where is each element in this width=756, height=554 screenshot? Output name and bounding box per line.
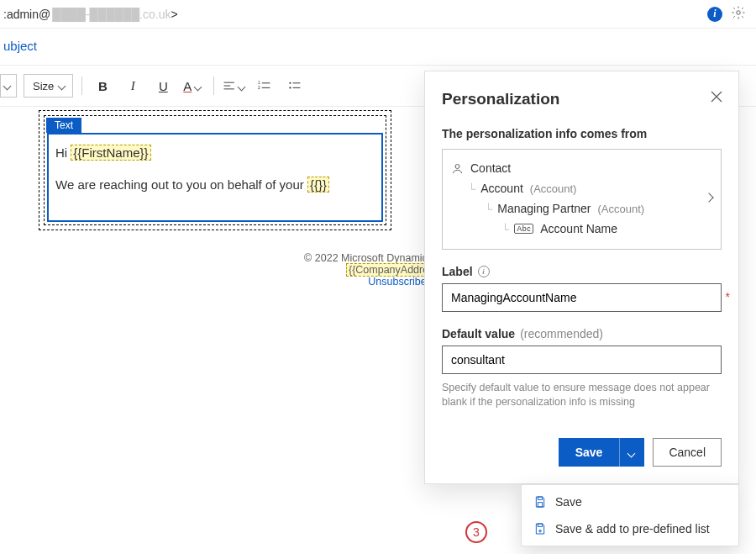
subject-row: ubject (0, 29, 756, 66)
tree-label: Account Name (540, 222, 617, 235)
source-tree[interactable]: Contact └ Account (Account) └ Managing P… (442, 149, 722, 250)
token-firstname[interactable]: {{FirstName}} (71, 145, 150, 161)
label-field-label: Label i (442, 265, 722, 278)
tree-relation: (Account) (598, 203, 645, 215)
dropdown-item-save[interactable]: Save (522, 488, 738, 515)
font-color-button[interactable]: A (181, 74, 205, 98)
font-size-select[interactable]: Size (24, 74, 73, 98)
tree-label: Contact (470, 161, 511, 175)
default-value-label: Default value (recommended) (442, 327, 722, 340)
annotation-callout-3: 3 (465, 521, 487, 543)
dropdown-item-save-add[interactable]: Save & add to pre-defined list (522, 515, 738, 542)
svg-rect-16 (538, 503, 542, 507)
save-icon (533, 495, 547, 509)
chevron-down-icon (628, 448, 637, 456)
tree-elbow-icon: └ (485, 203, 492, 215)
body-text: We are reaching out to you on behalf of … (55, 177, 307, 192)
from-prefix: :admin@ (3, 8, 50, 21)
numbered-list-button[interactable]: 12 (253, 74, 276, 98)
svg-point-10 (290, 87, 291, 88)
toolbar-divider (213, 77, 214, 95)
tree-row-managing-partner[interactable]: └ Managing Partner (Account) (451, 198, 712, 219)
tree-row-account[interactable]: └ Account (Account) (451, 178, 712, 198)
svg-point-8 (290, 82, 291, 84)
dropdown-label: Save (555, 495, 582, 509)
default-value-input[interactable] (442, 346, 722, 374)
tree-elbow-icon: └ (468, 182, 475, 195)
info-icon[interactable]: i (478, 266, 490, 277)
chevron-down-icon (239, 82, 247, 90)
from-suffix: > (171, 8, 177, 21)
save-button[interactable]: Save (559, 438, 620, 467)
person-icon (451, 162, 464, 175)
svg-rect-15 (538, 497, 542, 499)
save-dropdown: Save Save & add to pre-defined list (521, 484, 739, 546)
tree-relation: (Account) (530, 182, 577, 195)
from-address: :admin@████-██████.co.uk> (3, 8, 178, 21)
field-type-icon: Abc (514, 224, 533, 234)
svg-rect-17 (538, 524, 542, 526)
block-type-badge: Text (46, 118, 81, 133)
default-value-hint: Specify default value to ensure message … (442, 381, 722, 409)
size-label: Size (33, 80, 54, 92)
info-icon[interactable]: i (707, 7, 722, 22)
label-input[interactable] (442, 283, 722, 312)
cancel-button[interactable]: Cancel (653, 438, 722, 467)
bullet-list-button[interactable] (283, 74, 307, 98)
tree-label: Managing Partner (497, 202, 591, 215)
subject-placeholder[interactable]: ubject (0, 39, 37, 53)
svg-text:1: 1 (258, 81, 260, 85)
panel-title: Personalization (442, 90, 722, 108)
dropdown-label: Save & add to pre-defined list (555, 522, 710, 536)
svg-text:2: 2 (258, 86, 260, 90)
bold-button[interactable]: B (91, 74, 114, 98)
svg-point-0 (737, 11, 741, 15)
save-split-button[interactable] (619, 438, 644, 467)
token-empty[interactable]: {{}} (307, 177, 329, 193)
font-family-select[interactable] (0, 74, 17, 98)
close-icon[interactable] (706, 87, 727, 107)
header-bar: :admin@████-██████.co.uk> i (0, 0, 756, 29)
underline-button[interactable]: U (151, 74, 175, 98)
from-domain: ████-██████.co.uk (52, 8, 171, 21)
editor-block-outer[interactable]: Text Hi {{FirstName}} We are reaching ou… (39, 110, 391, 230)
required-indicator: * (726, 290, 730, 303)
panel-actions: Save Cancel (442, 438, 722, 467)
chevron-down-icon (4, 82, 13, 90)
personalization-panel: Personalization The personalization info… (424, 71, 739, 484)
body-text: Hi (55, 145, 71, 160)
toolbar-divider (81, 77, 82, 95)
gear-icon[interactable] (731, 5, 746, 23)
tree-row-contact[interactable]: Contact (451, 158, 712, 178)
chevron-right-icon[interactable] (706, 190, 712, 203)
chevron-down-icon (195, 82, 203, 90)
tree-elbow-icon: └ (501, 223, 509, 235)
unsubscribe-link[interactable]: Unsubscribe (368, 276, 426, 288)
save-plus-icon (533, 522, 547, 536)
chevron-down-icon (59, 82, 67, 90)
text-block-content[interactable]: Hi {{FirstName}} We are reaching out to … (47, 133, 383, 222)
source-heading: The personalization info comes from (442, 127, 722, 140)
italic-button[interactable]: I (121, 74, 144, 98)
tree-row-account-name[interactable]: └ Abc Account Name (451, 219, 712, 239)
align-button[interactable] (223, 74, 246, 98)
tree-label: Account (480, 182, 523, 195)
editor-block-inner: Text Hi {{FirstName}} We are reaching ou… (44, 115, 386, 225)
svg-point-14 (455, 164, 459, 168)
